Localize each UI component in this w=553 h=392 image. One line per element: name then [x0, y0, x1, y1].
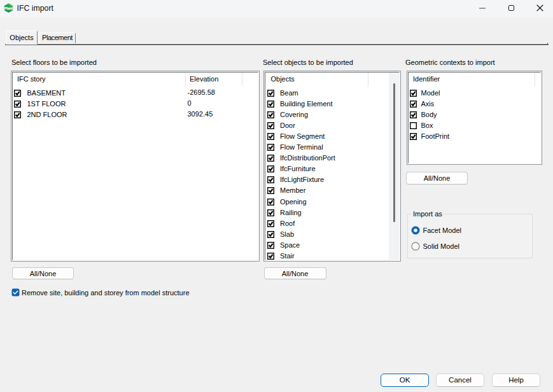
svg-text:Plant: Plant: [4, 6, 13, 10]
